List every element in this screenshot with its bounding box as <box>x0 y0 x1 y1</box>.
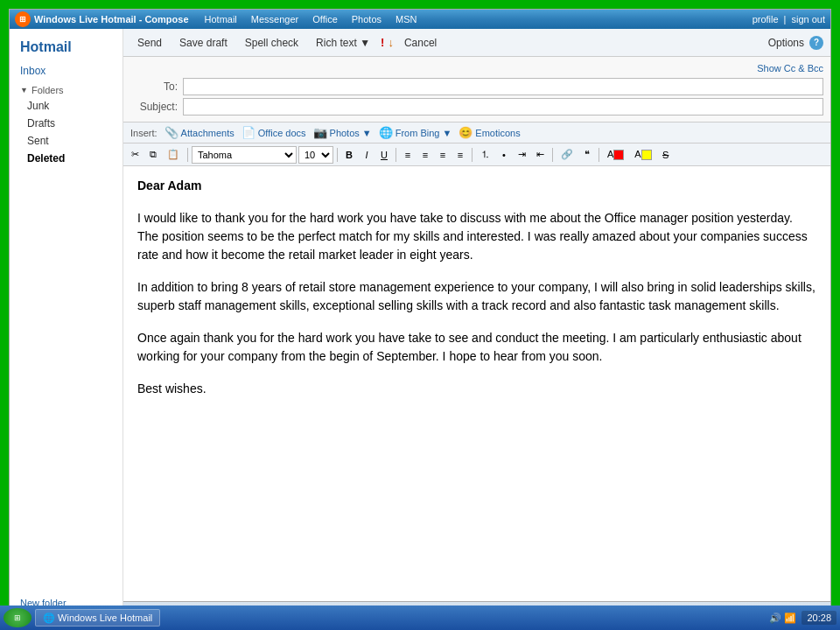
highlight-preview <box>641 150 652 160</box>
header-fields: Show Cc & Bcc To: Subject: <box>123 57 830 122</box>
emoticons-label: Emoticons <box>475 128 520 138</box>
windows-live-icon: ⊞ <box>15 11 31 27</box>
cut-button[interactable]: ✂ <box>127 147 144 162</box>
office-docs-label: Office docs <box>258 128 306 138</box>
options-button[interactable]: Options <box>768 37 804 49</box>
profile-link[interactable]: profile <box>752 14 779 24</box>
sign-out-link[interactable]: sign out <box>791 14 825 24</box>
insert-bar: Insert: 📎 Attachments 📄 Office docs 📷 Ph… <box>123 122 830 144</box>
clock: 20:28 <box>802 611 836 625</box>
start-button[interactable]: ⊞ <box>4 608 32 627</box>
windows-icon: ⊞ <box>14 613 21 622</box>
main-area: Hotmail Inbox ▼ Folders Junk Drafts Sent… <box>10 29 830 620</box>
email-area: Send Save draft Spell check Rich text ▼ … <box>123 29 830 620</box>
email-closing: Best wishes. <box>137 380 816 398</box>
email-paragraph-3: Once again thank you for the hard work y… <box>137 329 816 366</box>
font-size-select[interactable]: 10 8 12 14 <box>298 146 333 164</box>
insert-link-button[interactable]: 🔗 <box>556 147 578 162</box>
ordered-list-button[interactable]: ⒈ <box>476 146 494 163</box>
to-field-row: To: <box>130 78 823 95</box>
menu-hotmail[interactable]: Hotmail <box>198 12 244 26</box>
format-separator-1 <box>187 148 188 162</box>
sidebar-folder-junk[interactable]: Junk <box>10 97 122 115</box>
format-toolbar: ✂ ⧉ 📋 Tahoma Arial Times New Roman Couri… <box>123 144 830 166</box>
sidebar-item-inbox[interactable]: Inbox <box>10 62 122 80</box>
align-left-button[interactable]: ≡ <box>400 148 416 162</box>
insert-emoticons[interactable]: 😊 Emoticons <box>458 126 520 139</box>
sidebar-section-folders[interactable]: ▼ Folders <box>10 80 122 97</box>
font-color-preview <box>613 150 624 160</box>
menu-office[interactable]: Office <box>305 12 345 26</box>
email-body[interactable]: Dear Adam I would like to thank you for … <box>123 166 830 601</box>
to-label: To: <box>130 80 183 93</box>
rich-text-arrow-icon: ▼ <box>360 37 370 49</box>
email-paragraph-2: In addition to bring 8 years of retail s… <box>137 278 816 315</box>
priority-high-icon[interactable]: ! <box>381 36 384 49</box>
attachments-label: Attachments <box>181 128 234 138</box>
folders-arrow-icon: ▼ <box>20 86 28 94</box>
spell-check-button[interactable]: Spell check <box>238 34 305 52</box>
copy-button[interactable]: ⧉ <box>145 147 161 162</box>
taskbar-right: 🔊 📶 20:28 <box>769 611 836 625</box>
rich-text-button[interactable]: Rich text ▼ <box>309 34 377 52</box>
system-tray: 🔊 📶 <box>769 612 796 624</box>
cancel-button[interactable]: Cancel <box>397 34 444 52</box>
show-cc-button[interactable]: Show Cc & Bcc <box>757 61 823 75</box>
email-greeting: Dear Adam <box>137 177 816 195</box>
insert-photos[interactable]: 📷 Photos ▼ <box>313 126 372 139</box>
align-justify-button[interactable]: ≡ <box>452 148 468 162</box>
ie-icon: 🌐 <box>43 612 55 624</box>
insert-from-bing[interactable]: 🌐 From Bing ▼ <box>379 126 452 139</box>
insert-attachments[interactable]: 📎 Attachments <box>164 126 234 139</box>
top-menu-right: profile | sign out <box>752 14 825 24</box>
strikethrough-button[interactable]: S <box>658 148 674 162</box>
menu-msn[interactable]: MSN <box>388 12 424 26</box>
highlight-button[interactable]: A <box>630 147 655 162</box>
ie-tab-label: Windows Live Hotmail <box>58 612 152 623</box>
windows-live-text: Windows Live Hotmail - Compose <box>34 14 189 24</box>
italic-button[interactable]: I <box>359 148 374 162</box>
outdent-button[interactable]: ⇤ <box>532 147 549 162</box>
format-separator-3 <box>396 148 396 162</box>
format-separator-4 <box>472 148 472 162</box>
format-separator-6 <box>598 148 599 162</box>
email-paragraph-1: I would like to thank you for the hard w… <box>137 209 816 264</box>
subject-label: Subject: <box>130 101 183 113</box>
priority-low-icon[interactable]: ↓ <box>388 36 394 49</box>
sidebar-folder-deleted[interactable]: Deleted <box>10 150 122 167</box>
font-color-button[interactable]: A <box>603 147 628 162</box>
send-button[interactable]: Send <box>130 34 169 52</box>
taskbar: ⊞ 🌐 Windows Live Hotmail 🔊 📶 20:28 <box>0 606 840 630</box>
from-bing-label: From Bing <box>396 128 440 138</box>
help-button[interactable]: ? <box>809 36 823 50</box>
rich-text-label: Rich text <box>316 37 357 49</box>
attachments-icon: 📎 <box>164 126 178 139</box>
photos-icon: 📷 <box>313 126 327 139</box>
to-input[interactable] <box>183 78 823 95</box>
menu-photos[interactable]: Photos <box>345 12 388 26</box>
toolbar-right: Options ? <box>768 36 823 50</box>
windows-live-menu: ⊞ Windows Live Hotmail - Compose Hotmail… <box>10 10 830 29</box>
align-right-button[interactable]: ≡ <box>435 148 451 162</box>
bold-button[interactable]: B <box>341 148 357 162</box>
font-family-select[interactable]: Tahoma Arial Times New Roman Courier New <box>192 146 297 164</box>
paste-button[interactable]: 📋 <box>163 147 184 162</box>
blockquote-button[interactable]: ❝ <box>579 147 595 162</box>
format-separator-5 <box>552 148 553 162</box>
subject-input[interactable] <box>183 98 823 116</box>
save-draft-button[interactable]: Save draft <box>172 34 234 52</box>
sidebar-title: Hotmail <box>10 36 122 62</box>
subject-field-row: Subject: <box>130 98 823 116</box>
office-docs-icon: 📄 <box>242 126 256 139</box>
insert-label: Insert: <box>130 128 158 138</box>
sidebar-folder-drafts[interactable]: Drafts <box>10 115 122 132</box>
underline-button[interactable]: U <box>376 148 392 162</box>
taskbar-ie-button[interactable]: 🌐 Windows Live Hotmail <box>35 609 160 626</box>
sidebar-folder-sent[interactable]: Sent <box>10 132 122 150</box>
indent-button[interactable]: ⇥ <box>514 147 530 162</box>
menu-messenger[interactable]: Messenger <box>244 12 305 26</box>
emoticons-icon: 😊 <box>458 126 472 139</box>
unordered-list-button[interactable]: • <box>496 148 512 162</box>
align-center-button[interactable]: ≡ <box>417 148 433 162</box>
insert-office-docs[interactable]: 📄 Office docs <box>242 126 306 139</box>
